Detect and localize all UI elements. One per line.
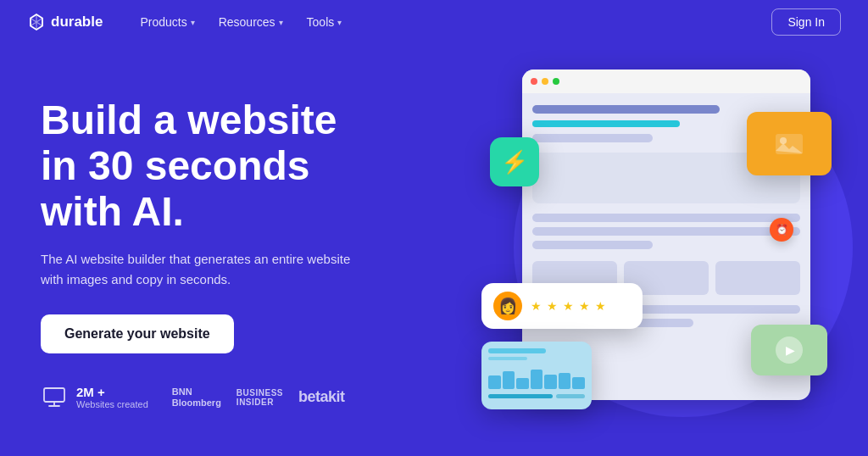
hero-subtitle: The AI website builder that generates an…: [41, 249, 363, 289]
press-betakit: betakit: [298, 388, 345, 406]
chart-bars: [488, 364, 585, 389]
play-icon: ▶: [786, 343, 795, 357]
navbar: durable Products ▾ Resources ▾ Tools ▾ S…: [0, 0, 868, 44]
play-button[interactable]: ▶: [776, 336, 803, 364]
svg-rect-0: [44, 388, 64, 402]
play-card: ▶: [751, 325, 827, 375]
browser-dot-yellow: [542, 78, 548, 85]
browser-bar: [522, 70, 810, 93]
chevron-down-icon: ▾: [337, 18, 342, 27]
image-card: [747, 112, 832, 175]
notification-icon: ⏰: [776, 224, 788, 236]
logo[interactable]: durable: [27, 13, 103, 31]
nav-tools[interactable]: Tools ▾: [297, 10, 353, 34]
browser-dot-red: [531, 78, 537, 85]
nav-links: Products ▾ Resources ▾ Tools ▾: [130, 10, 771, 34]
social-proof: 2M + Websites created BNNBloomberg BUSIN…: [41, 384, 448, 411]
stat-number: 2M +: [76, 385, 148, 399]
review-card: 👩 ★ ★ ★ ★ ★: [481, 283, 643, 329]
monitor-icon: [41, 384, 68, 411]
nav-products[interactable]: Products ▾: [130, 10, 204, 34]
sign-in-button[interactable]: Sign In: [771, 8, 841, 36]
stat-block: 2M + Websites created: [41, 384, 148, 411]
brand-name: durable: [51, 14, 103, 31]
press-bnn: BNNBloomberg: [172, 386, 221, 409]
stat-label: Websites created: [76, 399, 148, 409]
hero-illustration: ⚡ ⏰ 👩 ★ ★ ★ ★ ★ ▶: [448, 44, 827, 456]
avatar: 👩: [493, 292, 522, 320]
svg-point-2: [780, 137, 787, 144]
star-rating: ★ ★ ★ ★ ★: [531, 299, 607, 313]
nav-resources[interactable]: Resources ▾: [209, 10, 293, 34]
press-logos: BNNBloomberg BUSINESSINSIDER betakit: [172, 386, 345, 409]
hero-title: Build a websitein 30 secondswith AI.: [41, 97, 448, 234]
hero-left: Build a websitein 30 secondswith AI. The…: [41, 44, 448, 456]
chevron-down-icon: ▾: [279, 18, 283, 27]
press-bi: BUSINESSINSIDER: [236, 388, 283, 407]
hero-section: Build a websitein 30 secondswith AI. The…: [0, 44, 868, 456]
notification-dot: ⏰: [770, 218, 793, 242]
browser-dot-green: [553, 78, 559, 85]
chevron-down-icon: ▾: [191, 18, 195, 27]
photo-icon: [774, 129, 804, 159]
lightning-icon: ⚡: [501, 149, 528, 175]
lightning-card: ⚡: [490, 137, 539, 186]
generate-website-button[interactable]: Generate your website: [41, 314, 234, 353]
map-card: [481, 342, 592, 409]
